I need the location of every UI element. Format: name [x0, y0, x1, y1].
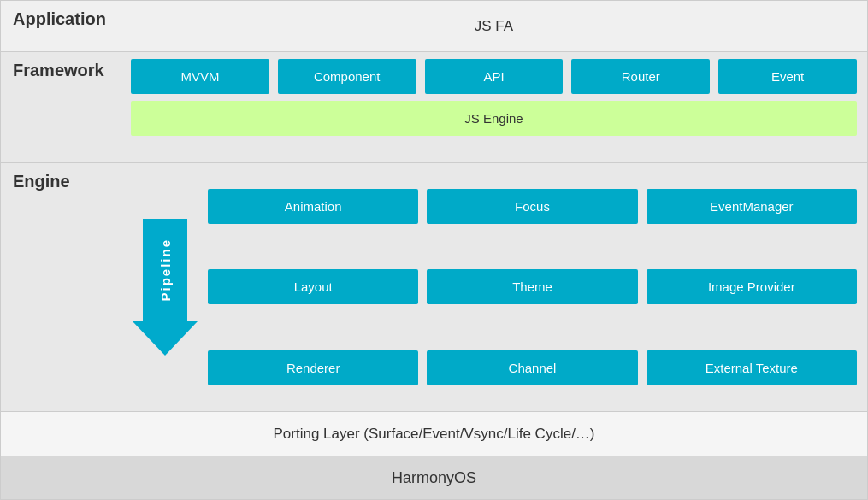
application-content: JS FA	[121, 1, 867, 51]
pipeline-arrowhead	[133, 321, 198, 356]
framework-boxes-row: MVVM Component API Router Event	[131, 59, 857, 94]
engine-layer: Engine Pipeline Animation Focus EventMan…	[1, 163, 867, 412]
application-layer: Application JS FA	[1, 1, 867, 52]
theme-box: Theme	[427, 269, 637, 304]
channel-box: Channel	[427, 350, 637, 385]
harmony-layer: HarmonyOS	[1, 456, 867, 499]
framework-label: Framework	[1, 52, 121, 162]
porting-text: Porting Layer (Surface/Event/Vsync/Life …	[273, 426, 594, 443]
external-texture-box: External Texture	[647, 350, 857, 385]
event-box: Event	[718, 59, 857, 94]
pipeline-arrow: Pipeline	[133, 219, 198, 356]
architecture-diagram: Application JS FA Framework MVVM Compone…	[0, 0, 868, 500]
layout-box: Layout	[208, 269, 418, 304]
application-label: Application	[1, 1, 121, 51]
api-box: API	[425, 59, 564, 94]
jsfa-text: JS FA	[475, 18, 513, 35]
js-engine-box: JS Engine	[131, 101, 857, 136]
router-box: Router	[571, 59, 710, 94]
pipeline-column: Pipeline	[131, 170, 199, 404]
mvvm-box: MVVM	[131, 59, 269, 94]
engine-label: Engine	[1, 163, 121, 411]
engine-grid: Animation Focus EventManager Layout Them…	[208, 170, 857, 404]
framework-content: MVVM Component API Router Event JS Engin…	[121, 52, 867, 162]
renderer-box: Renderer	[208, 350, 418, 385]
framework-layer: Framework MVVM Component API Router Even…	[1, 52, 867, 163]
component-box: Component	[278, 59, 416, 94]
image-provider-box: Image Provider	[647, 269, 857, 304]
harmony-text: HarmonyOS	[392, 469, 476, 487]
js-engine-row: JS Engine	[131, 101, 857, 136]
animation-box: Animation	[208, 189, 418, 224]
event-manager-box: EventManager	[647, 189, 857, 224]
focus-box: Focus	[427, 189, 637, 224]
pipeline-label: Pipeline	[158, 238, 173, 302]
porting-layer: Porting Layer (Surface/Event/Vsync/Life …	[1, 412, 867, 456]
pipeline-shaft: Pipeline	[143, 219, 187, 321]
engine-content: Pipeline Animation Focus EventManager La…	[121, 163, 867, 411]
